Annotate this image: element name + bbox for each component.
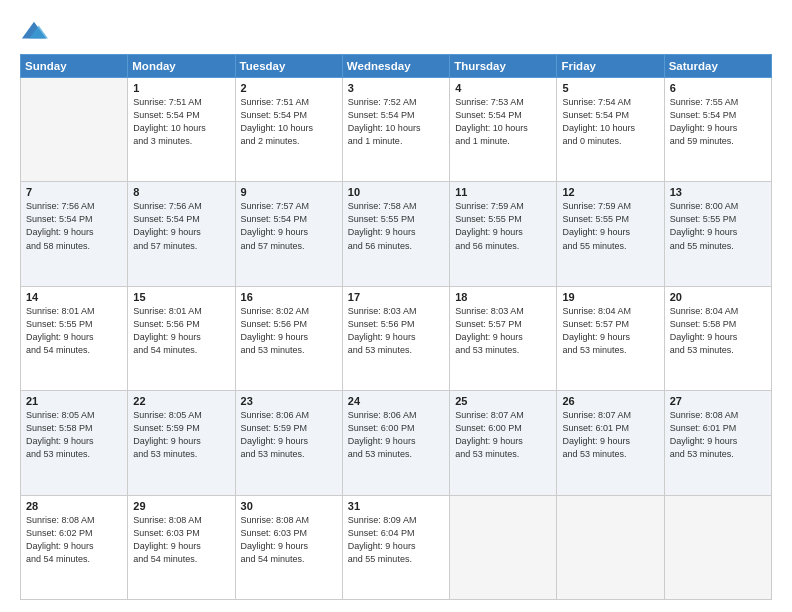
calendar-week-row: 21Sunrise: 8:05 AM Sunset: 5:58 PM Dayli…	[21, 391, 772, 495]
calendar-cell: 15Sunrise: 8:01 AM Sunset: 5:56 PM Dayli…	[128, 286, 235, 390]
day-info: Sunrise: 7:57 AM Sunset: 5:54 PM Dayligh…	[241, 200, 337, 252]
day-number: 11	[455, 186, 551, 198]
calendar-cell: 24Sunrise: 8:06 AM Sunset: 6:00 PM Dayli…	[342, 391, 449, 495]
calendar-cell: 16Sunrise: 8:02 AM Sunset: 5:56 PM Dayli…	[235, 286, 342, 390]
day-number: 2	[241, 82, 337, 94]
calendar-cell	[664, 495, 771, 599]
day-info: Sunrise: 8:00 AM Sunset: 5:55 PM Dayligh…	[670, 200, 766, 252]
calendar-cell: 6Sunrise: 7:55 AM Sunset: 5:54 PM Daylig…	[664, 78, 771, 182]
day-info: Sunrise: 8:04 AM Sunset: 5:58 PM Dayligh…	[670, 305, 766, 357]
calendar-cell: 17Sunrise: 8:03 AM Sunset: 5:56 PM Dayli…	[342, 286, 449, 390]
logo	[20, 18, 52, 46]
day-info: Sunrise: 8:08 AM Sunset: 6:03 PM Dayligh…	[133, 514, 229, 566]
calendar-week-row: 1Sunrise: 7:51 AM Sunset: 5:54 PM Daylig…	[21, 78, 772, 182]
day-info: Sunrise: 8:04 AM Sunset: 5:57 PM Dayligh…	[562, 305, 658, 357]
calendar-header-monday: Monday	[128, 55, 235, 78]
day-info: Sunrise: 7:56 AM Sunset: 5:54 PM Dayligh…	[133, 200, 229, 252]
calendar-cell: 21Sunrise: 8:05 AM Sunset: 5:58 PM Dayli…	[21, 391, 128, 495]
day-number: 18	[455, 291, 551, 303]
day-number: 26	[562, 395, 658, 407]
calendar-cell: 1Sunrise: 7:51 AM Sunset: 5:54 PM Daylig…	[128, 78, 235, 182]
day-info: Sunrise: 8:07 AM Sunset: 6:00 PM Dayligh…	[455, 409, 551, 461]
calendar-header-row: SundayMondayTuesdayWednesdayThursdayFrid…	[21, 55, 772, 78]
day-info: Sunrise: 8:06 AM Sunset: 5:59 PM Dayligh…	[241, 409, 337, 461]
calendar-cell: 12Sunrise: 7:59 AM Sunset: 5:55 PM Dayli…	[557, 182, 664, 286]
calendar-cell: 28Sunrise: 8:08 AM Sunset: 6:02 PM Dayli…	[21, 495, 128, 599]
calendar-header-saturday: Saturday	[664, 55, 771, 78]
day-info: Sunrise: 7:51 AM Sunset: 5:54 PM Dayligh…	[133, 96, 229, 148]
day-number: 15	[133, 291, 229, 303]
day-number: 25	[455, 395, 551, 407]
calendar-cell: 10Sunrise: 7:58 AM Sunset: 5:55 PM Dayli…	[342, 182, 449, 286]
calendar-header-sunday: Sunday	[21, 55, 128, 78]
day-info: Sunrise: 8:01 AM Sunset: 5:56 PM Dayligh…	[133, 305, 229, 357]
day-info: Sunrise: 8:08 AM Sunset: 6:01 PM Dayligh…	[670, 409, 766, 461]
calendar-cell: 9Sunrise: 7:57 AM Sunset: 5:54 PM Daylig…	[235, 182, 342, 286]
calendar-cell: 26Sunrise: 8:07 AM Sunset: 6:01 PM Dayli…	[557, 391, 664, 495]
day-number: 24	[348, 395, 444, 407]
day-number: 27	[670, 395, 766, 407]
calendar-cell: 23Sunrise: 8:06 AM Sunset: 5:59 PM Dayli…	[235, 391, 342, 495]
day-number: 10	[348, 186, 444, 198]
day-info: Sunrise: 8:06 AM Sunset: 6:00 PM Dayligh…	[348, 409, 444, 461]
calendar-week-row: 7Sunrise: 7:56 AM Sunset: 5:54 PM Daylig…	[21, 182, 772, 286]
day-number: 13	[670, 186, 766, 198]
calendar-header-wednesday: Wednesday	[342, 55, 449, 78]
calendar-cell: 20Sunrise: 8:04 AM Sunset: 5:58 PM Dayli…	[664, 286, 771, 390]
calendar-cell: 14Sunrise: 8:01 AM Sunset: 5:55 PM Dayli…	[21, 286, 128, 390]
day-number: 30	[241, 500, 337, 512]
calendar-header-tuesday: Tuesday	[235, 55, 342, 78]
calendar-cell: 30Sunrise: 8:08 AM Sunset: 6:03 PM Dayli…	[235, 495, 342, 599]
day-info: Sunrise: 7:59 AM Sunset: 5:55 PM Dayligh…	[562, 200, 658, 252]
day-number: 3	[348, 82, 444, 94]
calendar-cell: 3Sunrise: 7:52 AM Sunset: 5:54 PM Daylig…	[342, 78, 449, 182]
day-number: 19	[562, 291, 658, 303]
calendar-cell: 2Sunrise: 7:51 AM Sunset: 5:54 PM Daylig…	[235, 78, 342, 182]
calendar-table: SundayMondayTuesdayWednesdayThursdayFrid…	[20, 54, 772, 600]
day-info: Sunrise: 8:03 AM Sunset: 5:57 PM Dayligh…	[455, 305, 551, 357]
day-number: 31	[348, 500, 444, 512]
day-number: 6	[670, 82, 766, 94]
day-number: 20	[670, 291, 766, 303]
day-info: Sunrise: 7:54 AM Sunset: 5:54 PM Dayligh…	[562, 96, 658, 148]
day-number: 5	[562, 82, 658, 94]
calendar-cell: 5Sunrise: 7:54 AM Sunset: 5:54 PM Daylig…	[557, 78, 664, 182]
day-info: Sunrise: 7:55 AM Sunset: 5:54 PM Dayligh…	[670, 96, 766, 148]
day-info: Sunrise: 7:56 AM Sunset: 5:54 PM Dayligh…	[26, 200, 122, 252]
calendar-header-friday: Friday	[557, 55, 664, 78]
calendar-cell: 29Sunrise: 8:08 AM Sunset: 6:03 PM Dayli…	[128, 495, 235, 599]
calendar-cell: 4Sunrise: 7:53 AM Sunset: 5:54 PM Daylig…	[450, 78, 557, 182]
calendar-cell: 31Sunrise: 8:09 AM Sunset: 6:04 PM Dayli…	[342, 495, 449, 599]
day-number: 7	[26, 186, 122, 198]
day-info: Sunrise: 8:09 AM Sunset: 6:04 PM Dayligh…	[348, 514, 444, 566]
day-number: 4	[455, 82, 551, 94]
calendar-cell	[557, 495, 664, 599]
calendar-cell: 22Sunrise: 8:05 AM Sunset: 5:59 PM Dayli…	[128, 391, 235, 495]
day-info: Sunrise: 8:07 AM Sunset: 6:01 PM Dayligh…	[562, 409, 658, 461]
calendar-cell: 7Sunrise: 7:56 AM Sunset: 5:54 PM Daylig…	[21, 182, 128, 286]
calendar-cell: 18Sunrise: 8:03 AM Sunset: 5:57 PM Dayli…	[450, 286, 557, 390]
day-number: 12	[562, 186, 658, 198]
calendar-header-thursday: Thursday	[450, 55, 557, 78]
day-number: 9	[241, 186, 337, 198]
day-number: 14	[26, 291, 122, 303]
calendar-cell: 27Sunrise: 8:08 AM Sunset: 6:01 PM Dayli…	[664, 391, 771, 495]
day-info: Sunrise: 7:59 AM Sunset: 5:55 PM Dayligh…	[455, 200, 551, 252]
calendar-cell: 13Sunrise: 8:00 AM Sunset: 5:55 PM Dayli…	[664, 182, 771, 286]
calendar-cell	[450, 495, 557, 599]
logo-icon	[20, 18, 48, 46]
day-number: 21	[26, 395, 122, 407]
day-info: Sunrise: 8:05 AM Sunset: 5:58 PM Dayligh…	[26, 409, 122, 461]
day-number: 16	[241, 291, 337, 303]
day-number: 29	[133, 500, 229, 512]
header	[20, 18, 772, 46]
day-number: 23	[241, 395, 337, 407]
calendar-cell	[21, 78, 128, 182]
page: SundayMondayTuesdayWednesdayThursdayFrid…	[0, 0, 792, 612]
day-number: 17	[348, 291, 444, 303]
day-info: Sunrise: 8:08 AM Sunset: 6:03 PM Dayligh…	[241, 514, 337, 566]
calendar-cell: 25Sunrise: 8:07 AM Sunset: 6:00 PM Dayli…	[450, 391, 557, 495]
calendar-cell: 8Sunrise: 7:56 AM Sunset: 5:54 PM Daylig…	[128, 182, 235, 286]
day-number: 22	[133, 395, 229, 407]
day-info: Sunrise: 8:08 AM Sunset: 6:02 PM Dayligh…	[26, 514, 122, 566]
